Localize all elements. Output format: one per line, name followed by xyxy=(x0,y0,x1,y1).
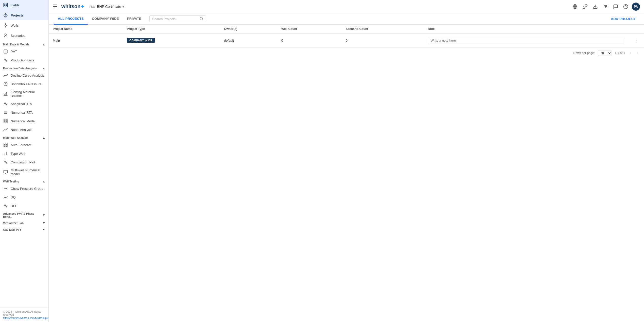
download-button[interactable] xyxy=(591,3,599,11)
owner-col-header: Owner(s) xyxy=(220,25,277,33)
sidebar-item-pvt[interactable]: PVT xyxy=(0,47,48,56)
note-input[interactable] xyxy=(428,37,624,44)
production-data-analysis-label: Production Data Analysis xyxy=(3,67,37,70)
project-type-cell: COMPANY WIDE xyxy=(123,33,220,47)
sidebar-item-projects[interactable]: Projects xyxy=(0,10,48,20)
help-button[interactable] xyxy=(622,3,630,11)
production-data-icon xyxy=(3,58,8,63)
dqi-label: DQI xyxy=(11,195,16,199)
link-button[interactable] xyxy=(581,3,589,11)
rows-per-page-label: Rows per page: xyxy=(573,51,595,55)
svg-rect-3 xyxy=(6,6,8,7)
advanced-pvt-header[interactable]: Advanced PVT & Phase Beha... ▼ xyxy=(0,210,48,219)
svg-rect-22 xyxy=(4,119,5,121)
sidebar-item-dqi[interactable]: DQI xyxy=(0,193,48,201)
svg-rect-25 xyxy=(6,122,7,123)
tab-private[interactable]: PRIVATE xyxy=(123,13,146,25)
units-button[interactable]: °F xyxy=(601,3,610,11)
gas-eor-pvt-label: Gas EOR PVT xyxy=(3,228,21,231)
dca-icon xyxy=(3,73,8,78)
avatar-label: PA xyxy=(634,5,638,8)
projects-table: Project Name Project Type Owner(s) Well … xyxy=(49,25,644,47)
gas-eor-pvt-header[interactable]: Gas EOR PVT ▼ xyxy=(0,226,48,232)
search-box[interactable] xyxy=(149,15,206,22)
sidebar: Fields Projects Wells Scenarios Main Dat… xyxy=(0,0,49,322)
chow-pressure-group-icon xyxy=(3,186,8,191)
svg-point-35 xyxy=(5,188,6,189)
pagination-prev-button[interactable]: ‹ xyxy=(628,50,632,56)
production-data-analysis-header[interactable]: Production Data Analysis ▲ xyxy=(0,64,48,71)
sidebar-item-type-well[interactable]: Type Well xyxy=(0,149,48,158)
sidebar-item-nodal-analysis[interactable]: Nodal Analysis xyxy=(0,125,48,134)
svg-point-36 xyxy=(6,188,7,189)
sidebar-item-fields[interactable]: Fields xyxy=(0,0,48,10)
main-data-models-section: Main Data & Models ▲ PVT Production Data xyxy=(0,41,48,64)
sidebar-item-multi-well-numerical-model[interactable]: Multi-well Numerical Model xyxy=(0,166,48,178)
sidebar-item-analytical-rta[interactable]: Analytical RTA xyxy=(0,99,48,108)
sidebar-item-decline-curve-analysis[interactable]: Decline Curve Analysis xyxy=(0,71,48,80)
topbar-right: °F PA xyxy=(571,3,640,11)
comparison-plot-label: Comparison Plot xyxy=(11,160,35,164)
chevron-up-icon-4: ▲ xyxy=(42,180,45,183)
virtual-pvt-lab-header[interactable]: Virtual PVT Lab ▼ xyxy=(0,219,48,226)
pagination-next-button[interactable]: › xyxy=(636,50,640,56)
main-data-models-label: Main Data & Models xyxy=(3,43,29,46)
row-more-button[interactable]: ⋮ xyxy=(632,37,640,44)
comment-button[interactable] xyxy=(612,3,620,11)
fields-icon xyxy=(3,3,8,8)
sidebar-item-scenarios[interactable]: Scenarios xyxy=(0,30,48,41)
dfit-label: DFIT xyxy=(11,204,18,208)
note-cell[interactable] xyxy=(424,33,628,47)
type-well-icon xyxy=(3,151,8,156)
search-input[interactable] xyxy=(152,17,198,21)
field-value: BHP Certificate xyxy=(97,5,121,9)
svg-rect-23 xyxy=(6,119,7,121)
topbar: ☰ whitson+ Field BHP Certificate ▾ °F xyxy=(49,0,644,13)
user-avatar[interactable]: PA xyxy=(632,3,640,11)
scenario-count-cell: 0 xyxy=(342,33,424,47)
multi-well-numerical-model-icon xyxy=(3,170,8,175)
logo-plus: + xyxy=(81,3,84,10)
sidebar-item-numerical-rta[interactable]: Numerical RTA xyxy=(0,108,48,117)
pagination-range-label: 1-1 of 1 xyxy=(615,51,625,55)
tab-all-projects[interactable]: ALL PROJECTS xyxy=(54,13,88,25)
owner-cell: default xyxy=(220,33,277,47)
sidebar-item-bottomhole-pressure[interactable]: Bottomhole Pressure xyxy=(0,80,48,88)
tabs-bar: ALL PROJECTS COMPANY WIDE PRIVATE ADD PR… xyxy=(49,13,644,25)
sidebar-item-numerical-model[interactable]: Numerical Model xyxy=(0,117,48,125)
sidebar-item-wells[interactable]: Wells xyxy=(0,20,48,30)
chevron-down-icon-7: ▼ xyxy=(42,228,45,231)
sidebar-item-auto-forecast[interactable]: Auto-Forecast xyxy=(0,141,48,149)
field-selector[interactable]: Field BHP Certificate ▾ xyxy=(89,4,124,9)
projects-icon xyxy=(3,13,8,18)
globe-button[interactable] xyxy=(571,3,579,11)
app-logo: whitson+ xyxy=(61,3,84,10)
sidebar-item-chow-pressure-group[interactable]: Chow Pressure Group xyxy=(0,184,48,193)
footer-url: https://courses.whitson.com/fields/66/pr… xyxy=(3,317,45,319)
chevron-up-icon-3: ▲ xyxy=(42,136,45,140)
multi-well-analysis-header[interactable]: Multi-Well Analysis ▲ xyxy=(0,134,48,141)
content-area: ALL PROJECTS COMPANY WIDE PRIVATE ADD PR… xyxy=(49,13,644,322)
sidebar-item-dfit[interactable]: DFIT xyxy=(0,201,48,210)
svg-point-4 xyxy=(5,15,6,16)
tab-company-wide[interactable]: COMPANY WIDE xyxy=(88,13,123,25)
well-testing-header[interactable]: Well Testing ▲ xyxy=(0,178,48,184)
sidebar-item-production-data[interactable]: Production Data xyxy=(0,56,48,64)
sidebar-projects-label: Projects xyxy=(11,13,24,17)
numerical-model-label: Numerical Model xyxy=(11,119,36,123)
sidebar-item-comparison-plot[interactable]: Comparison Plot xyxy=(0,158,48,166)
pvt-icon xyxy=(3,49,8,54)
nodal-analysis-label: Nodal Analysis xyxy=(11,128,32,132)
main-data-models-header[interactable]: Main Data & Models ▲ xyxy=(0,41,48,47)
add-project-button[interactable]: ADD PROJECT xyxy=(608,15,639,23)
table-header-row: Project Name Project Type Owner(s) Well … xyxy=(49,25,644,33)
sidebar-item-flowing-material-balance[interactable]: Flowing Material Balance xyxy=(0,88,48,99)
virtual-pvt-lab-section: Virtual PVT Lab ▼ xyxy=(0,219,48,226)
svg-rect-29 xyxy=(6,145,7,147)
rows-per-page-select[interactable]: 50 25 100 xyxy=(598,50,612,56)
actions-col-header xyxy=(628,25,644,33)
field-dropdown-icon[interactable]: ▾ xyxy=(122,4,124,9)
well-count-value: 0 xyxy=(281,39,283,42)
svg-rect-9 xyxy=(4,50,7,53)
hamburger-button[interactable]: ☰ xyxy=(53,4,57,10)
